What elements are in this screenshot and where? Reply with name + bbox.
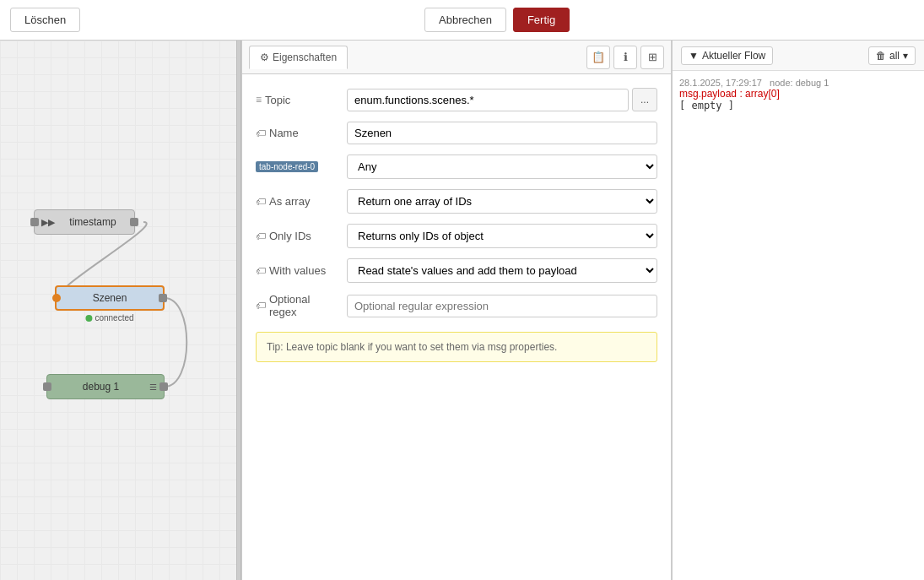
type-icon: tab-node-red-0: [256, 161, 318, 172]
node-timestamp-port-right: [130, 218, 138, 226]
with-values-label-text: With values: [269, 264, 326, 277]
name-row: 🏷 Name: [256, 122, 657, 144]
node-timestamp-label: timestamp: [58, 216, 127, 228]
optional-regex-input[interactable]: [347, 295, 657, 317]
debug-payload-value: [ empty ]: [679, 100, 917, 111]
debug-clear-btn[interactable]: 🗑 all ▾: [868, 46, 916, 65]
toolbar: Löschen Abbrechen Fertig: [0, 0, 924, 41]
only-ids-row: 🏷 Only IDs Returns only IDs of object Re…: [256, 224, 657, 248]
type-row: tab-node-red-0 Any Boolean Number String: [256, 154, 657, 179]
debug-node-label: node: debug 1: [770, 78, 829, 88]
optional-regex-label-text: Optional regex: [269, 293, 340, 318]
done-button[interactable]: Fertig: [513, 8, 570, 32]
with-values-row: 🏷 With values Read state's values and ad…: [256, 258, 657, 283]
debug-payload-type: : array[0]: [739, 88, 779, 100]
debug-list-icon: ☰: [149, 382, 157, 392]
as-array-label-text: As array: [269, 195, 310, 208]
name-input[interactable]: [347, 122, 657, 144]
tab-eigenschaften-label: Eigenschaften: [273, 51, 337, 63]
debug-clear-label: all: [889, 50, 900, 62]
properties-panel: ⚙ Eigenschaften 📋 ℹ ⊞ ≡ To: [241, 41, 672, 580]
debug-payload-line: msg.payload : array[0]: [679, 88, 917, 100]
topic-label: ≡ Topic: [256, 94, 340, 106]
status-text: connected: [95, 313, 133, 323]
export-icon-btn[interactable]: 📋: [586, 46, 610, 69]
node-szenen-label: Szenen: [63, 292, 156, 304]
node-timestamp[interactable]: ▶▶ timestamp: [34, 209, 135, 235]
topic-label-text: Topic: [265, 94, 290, 106]
only-ids-label-text: Only IDs: [269, 230, 311, 242]
debug-meta: 28.1.2025, 17:29:17 node: debug 1: [679, 78, 917, 88]
debug-entry: 28.1.2025, 17:29:17 node: debug 1 msg.pa…: [679, 78, 917, 111]
panel-form: ≡ Topic ... 🏷 Name tab-node-red: [242, 74, 671, 580]
inject-icon: ▶▶: [41, 217, 55, 228]
node-timestamp-port-left: [30, 218, 39, 226]
debug-payload-key: msg.payload: [679, 88, 737, 100]
status-dot: [85, 315, 92, 322]
tip-text: Tip: Leave topic blank if you want to se…: [267, 341, 557, 353]
debug-panel: ▼ Aktueller Flow 🗑 all ▾ 28.1.2025, 17:2…: [672, 41, 924, 580]
name-icon: 🏷: [256, 127, 266, 139]
debug-filter-btn[interactable]: ▼ Aktueller Flow: [681, 46, 773, 65]
node-debug-port-left: [43, 382, 51, 391]
export-icon: 📋: [592, 51, 605, 63]
as-array-select[interactable]: Return one array of IDs Return separate …: [347, 189, 657, 214]
panel-tabs: ⚙ Eigenschaften 📋 ℹ ⊞: [242, 41, 671, 74]
debug-content: 28.1.2025, 17:29:17 node: debug 1 msg.pa…: [673, 71, 924, 580]
tab-eigenschaften[interactable]: ⚙ Eigenschaften: [249, 46, 348, 69]
info-icon: ℹ: [624, 51, 628, 63]
name-label: 🏷 Name: [256, 127, 340, 139]
node-debug-port-right: [159, 382, 168, 391]
optional-regex-icon: 🏷: [256, 300, 266, 312]
node-debug[interactable]: debug 1 ☰: [46, 374, 165, 399]
as-array-label: 🏷 As array: [256, 195, 340, 208]
debug-filter-label: Aktueller Flow: [702, 50, 765, 62]
main-area: ▶▶ timestamp Szenen connected debug 1 ☰: [0, 41, 924, 580]
layout-icon-btn[interactable]: ⊞: [640, 46, 664, 69]
cancel-button[interactable]: Abbrechen: [424, 8, 506, 32]
as-array-icon: 🏷: [256, 196, 266, 208]
only-ids-label: 🏷 Only IDs: [256, 230, 340, 242]
topic-input[interactable]: [347, 89, 629, 111]
type-label: tab-node-red-0: [256, 161, 340, 172]
only-ids-icon: 🏷: [256, 230, 266, 242]
with-values-label: 🏷 With values: [256, 264, 340, 277]
info-icon-btn[interactable]: ℹ: [613, 46, 637, 69]
node-szenen-status: connected: [85, 313, 133, 323]
toolbar-center: Abbrechen Fertig: [424, 8, 570, 32]
toolbar-left: Löschen: [10, 8, 80, 32]
layout-icon: ⊞: [648, 51, 657, 63]
node-szenen[interactable]: Szenen connected: [55, 285, 165, 311]
delete-button[interactable]: Löschen: [10, 8, 80, 32]
node-szenen-port-right: [159, 294, 167, 302]
debug-toolbar: ▼ Aktueller Flow 🗑 all ▾: [673, 41, 924, 71]
node-szenen-port-left: [52, 294, 61, 302]
only-ids-select[interactable]: Returns only IDs of object Returns full …: [347, 224, 657, 248]
topic-icon: ≡: [256, 94, 262, 106]
flow-canvas[interactable]: ▶▶ timestamp Szenen connected debug 1 ☰: [0, 41, 236, 580]
as-array-row: 🏷 As array Return one array of IDs Retur…: [256, 189, 657, 214]
panel-tab-icons: 📋 ℹ ⊞: [586, 46, 664, 69]
with-values-select[interactable]: Read state's values and add them to payl…: [347, 258, 657, 283]
debug-timestamp: 28.1.2025, 17:29:17: [679, 78, 762, 88]
node-debug-label: debug 1: [54, 381, 148, 393]
filter-icon: ▼: [689, 50, 699, 62]
with-values-icon: 🏷: [256, 265, 266, 277]
topic-row: ≡ Topic ...: [256, 88, 657, 111]
optional-regex-row: 🏷 Optional regex: [256, 293, 657, 318]
name-label-text: Name: [269, 127, 299, 139]
tip-box: Tip: Leave topic blank if you want to se…: [256, 332, 657, 362]
chevron-down-icon: ▾: [903, 50, 908, 62]
type-select[interactable]: Any Boolean Number String: [347, 154, 657, 179]
trash-icon: 🗑: [876, 50, 886, 62]
topic-input-group: ...: [347, 88, 657, 111]
topic-more-btn[interactable]: ...: [632, 88, 657, 111]
tab-gear-icon: ⚙: [260, 51, 269, 63]
optional-regex-label: 🏷 Optional regex: [256, 293, 340, 318]
